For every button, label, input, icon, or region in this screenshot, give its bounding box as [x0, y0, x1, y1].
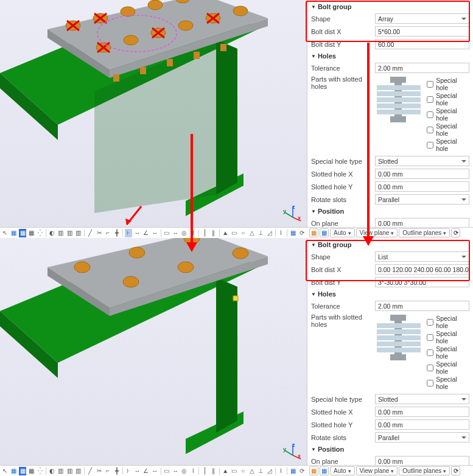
tolerance-input[interactable]: 2.00 mm: [375, 301, 469, 311]
measure-icon[interactable]: ↔: [151, 229, 158, 237]
special-hole-5[interactable]: Special hole: [427, 376, 468, 390]
bolt-dist-x-input[interactable]: 0.00 120.00 240.00 60.00 180.00 300.00: [375, 264, 469, 275]
circle-icon[interactable]: ○: [239, 229, 247, 237]
refresh-icon[interactable]: ⟳: [298, 229, 306, 237]
special-hole-2[interactable]: Special hole: [427, 330, 468, 345]
tri-icon[interactable]: △: [248, 229, 255, 237]
select-mode-icon[interactable]: ▦: [10, 229, 17, 237]
window-icon[interactable]: ▦: [19, 229, 26, 237]
cursor-icon[interactable]: ↖: [1, 467, 9, 475]
refresh-mini-icon[interactable]: ⟳: [451, 466, 460, 475]
bolt-dist-x-input[interactable]: 5*60.00: [375, 26, 469, 37]
coords-icon[interactable]: ▦: [289, 467, 296, 475]
tool-2-icon[interactable]: ▥: [57, 229, 65, 237]
circle-icon[interactable]: ○: [239, 467, 247, 475]
cursor-icon[interactable]: ↖: [1, 229, 9, 237]
refresh-icon[interactable]: ⟳: [298, 467, 306, 475]
special-hole-4[interactable]: Special hole: [427, 360, 468, 375]
special-hole-3[interactable]: Special hole: [427, 107, 468, 122]
tool-4-icon[interactable]: ▥: [75, 467, 82, 475]
section-bolt-group[interactable]: Bolt group: [310, 239, 471, 250]
wire-icon[interactable]: ▭: [231, 467, 238, 475]
rotate-slots-dropdown[interactable]: Parallel: [375, 194, 469, 205]
plane-tool-icon[interactable]: ⊦: [125, 467, 132, 475]
grid-icon[interactable]: ▦: [27, 467, 35, 475]
outline-planes-dropdown[interactable]: Outline planes: [399, 466, 450, 475]
outline-planes-dropdown[interactable]: Outline planes: [399, 228, 450, 237]
perp-icon[interactable]: ⊥: [257, 229, 264, 237]
section-holes[interactable]: Holes: [310, 289, 471, 299]
tool-2-icon[interactable]: ▥: [57, 467, 65, 475]
tool-1-icon[interactable]: ◐: [48, 229, 55, 237]
target-icon[interactable]: ◎: [180, 229, 187, 237]
viewport-bottom[interactable]: zyx: [0, 238, 307, 476]
dim-icon[interactable]: ↔: [133, 229, 141, 237]
slotted-hole-y-input[interactable]: 0.00 mm: [375, 181, 469, 192]
tool-3-icon[interactable]: ▥: [66, 229, 73, 237]
auto-dropdown[interactable]: Auto: [330, 466, 355, 475]
wire-icon[interactable]: ▭: [231, 229, 238, 237]
section-position[interactable]: Position: [310, 444, 471, 455]
grid-icon[interactable]: ▦: [27, 229, 35, 237]
slotted-hole-y-input[interactable]: 0.00 mm: [375, 419, 469, 430]
width-icon[interactable]: ↔: [172, 229, 179, 237]
width-icon[interactable]: ↔: [172, 467, 179, 475]
window-icon[interactable]: ▦: [19, 467, 26, 475]
shape-dropdown[interactable]: Array: [375, 13, 469, 24]
measure-icon[interactable]: ↔: [151, 467, 158, 475]
double-icon[interactable]: ∥: [210, 229, 217, 237]
refresh-mini-icon[interactable]: ⟳: [451, 228, 460, 237]
line-icon[interactable]: ╱: [86, 467, 94, 475]
slotted-hole-x-input[interactable]: 0.00 mm: [375, 407, 469, 417]
perp-icon[interactable]: ⊥: [257, 467, 264, 475]
special-hole-type-dropdown[interactable]: Slotted: [375, 394, 469, 404]
auto-dropdown[interactable]: Auto: [330, 228, 355, 237]
double-icon[interactable]: ∥: [210, 467, 217, 475]
dim-icon[interactable]: ↔: [133, 467, 141, 475]
angle-icon[interactable]: ∠: [142, 229, 150, 237]
viewport-top[interactable]: zyx: [0, 0, 307, 238]
snap-icon[interactable]: ⁛: [37, 229, 44, 237]
section-position[interactable]: Position: [310, 206, 471, 217]
single-icon[interactable]: ⎮: [201, 467, 208, 475]
rect-icon[interactable]: ▭: [163, 467, 170, 475]
orange-icon[interactable]: ▦: [309, 228, 318, 237]
cross-icon[interactable]: ╋: [113, 229, 120, 237]
bolt-dist-y-input[interactable]: 60.00: [375, 39, 469, 49]
view-plane-dropdown[interactable]: View plane: [356, 466, 398, 475]
slotted-hole-x-input[interactable]: 0.00 mm: [375, 169, 469, 179]
dna-icon[interactable]: ⌇: [278, 229, 285, 237]
special-hole-5[interactable]: Special hole: [427, 138, 468, 152]
special-hole-3[interactable]: Special hole: [427, 345, 468, 360]
orange-icon[interactable]: ▦: [309, 466, 318, 475]
tolerance-input[interactable]: 2.00 mm: [375, 63, 469, 73]
cut-icon[interactable]: ✂: [95, 229, 102, 237]
line-icon[interactable]: ╱: [86, 229, 94, 237]
diag-icon[interactable]: ◿: [265, 467, 273, 475]
blue-icon[interactable]: ▦: [320, 466, 329, 475]
coords-icon[interactable]: ▦: [289, 229, 296, 237]
angle-icon[interactable]: ∠: [142, 467, 150, 475]
corner-icon[interactable]: ⌐: [104, 467, 111, 475]
helix-icon[interactable]: ⌇: [189, 467, 197, 475]
target-icon[interactable]: ◎: [180, 467, 187, 475]
special-hole-1[interactable]: Special hole: [427, 315, 468, 329]
bolt-dist-y-input[interactable]: 3*-30.00 3*30.00: [375, 277, 469, 287]
helix-icon[interactable]: ⌇: [189, 229, 197, 237]
solid-icon[interactable]: ▲: [222, 229, 229, 237]
dna-icon[interactable]: ⌇: [278, 467, 285, 475]
section-bolt-group[interactable]: Bolt group: [310, 1, 471, 12]
special-hole-2[interactable]: Special hole: [427, 92, 468, 107]
select-mode-icon[interactable]: ▦: [10, 467, 17, 475]
single-icon[interactable]: ⎮: [201, 229, 208, 237]
cut-icon[interactable]: ✂: [95, 467, 102, 475]
blue-icon[interactable]: ▦: [320, 228, 329, 237]
tool-4-icon[interactable]: ▥: [75, 229, 82, 237]
tri-icon[interactable]: △: [248, 467, 255, 475]
diag-icon[interactable]: ◿: [265, 229, 273, 237]
tool-3-icon[interactable]: ▥: [66, 467, 73, 475]
rotate-slots-dropdown[interactable]: Parallel: [375, 432, 469, 443]
rect-icon[interactable]: ▭: [163, 229, 170, 237]
special-hole-4[interactable]: Special hole: [427, 122, 468, 137]
view-plane-dropdown[interactable]: View plane: [356, 228, 398, 237]
